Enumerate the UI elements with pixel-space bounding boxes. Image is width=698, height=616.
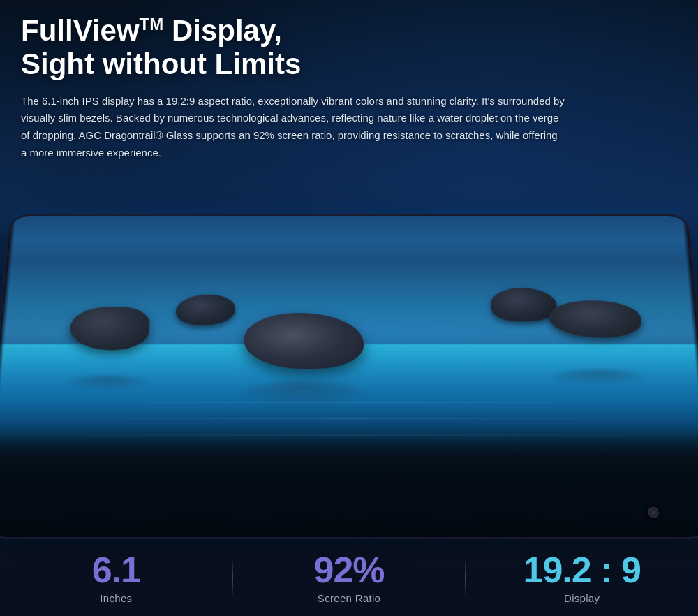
camera-dot bbox=[648, 507, 660, 518]
header-section: FullViewTM Display, Sight without Limits… bbox=[21, 14, 677, 162]
water-ripple-3 bbox=[0, 418, 698, 419]
stat-label-inches: Inches bbox=[100, 592, 132, 604]
stat-value-screen-ratio: 92% bbox=[313, 552, 384, 588]
title-display: Display, bbox=[163, 14, 282, 47]
stats-section: 6.1 Inches 92% Screen Ratio 19.2 : 9 Dis… bbox=[0, 539, 698, 616]
rock-reflection-3 bbox=[551, 369, 646, 383]
stat-label-screen-ratio: Screen Ratio bbox=[318, 592, 380, 604]
stat-item-display: 19.2 : 9 Display bbox=[466, 552, 698, 604]
water-ripple-2 bbox=[0, 402, 698, 403]
phone-display-section bbox=[0, 161, 698, 539]
title-fullview: FullView bbox=[21, 14, 140, 47]
stat-value-inches: 6.1 bbox=[92, 552, 140, 588]
title-line2: Sight without Limits bbox=[21, 47, 301, 80]
main-title: FullViewTM Display, Sight without Limits bbox=[21, 14, 677, 82]
title-trademark: TM bbox=[140, 15, 164, 34]
rock-2 bbox=[68, 307, 151, 350]
stat-item-inches: 6.1 Inches bbox=[0, 552, 232, 604]
stat-label-display: Display bbox=[564, 592, 600, 604]
stat-value-display: 19.2 : 9 bbox=[524, 552, 641, 588]
stat-item-screen-ratio: 92% Screen Ratio bbox=[233, 552, 466, 604]
phone-body bbox=[0, 214, 698, 539]
page-container: FullViewTM Display, Sight without Limits… bbox=[0, 0, 698, 616]
phone-screen bbox=[0, 216, 698, 537]
dark-bottom bbox=[0, 435, 698, 537]
rock-5 bbox=[491, 288, 558, 321]
description-text: The 6.1-inch IPS display has a 19.2:9 as… bbox=[21, 93, 565, 162]
